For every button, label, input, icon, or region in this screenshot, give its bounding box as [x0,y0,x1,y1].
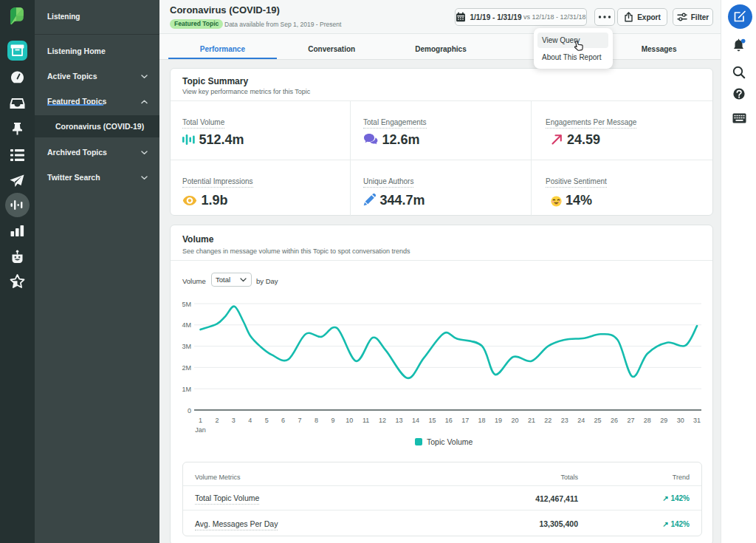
svg-text:2: 2 [215,417,219,424]
svg-text:4: 4 [248,417,252,424]
svg-text:28: 28 [644,417,651,424]
svg-text:25: 25 [594,417,602,424]
svg-text:17: 17 [461,417,469,424]
svg-text:0: 0 [188,407,191,414]
svg-text:3M: 3M [182,343,191,350]
svg-text:8: 8 [315,417,318,424]
svg-text:13: 13 [395,417,402,424]
svg-text:1: 1 [199,417,202,424]
svg-text:21: 21 [528,417,535,424]
svg-text:5M: 5M [182,301,191,308]
svg-text:2M: 2M [182,364,191,372]
svg-text:20: 20 [511,417,518,424]
svg-text:16: 16 [445,417,453,424]
svg-text:27: 27 [627,417,634,424]
svg-text:9: 9 [331,417,334,424]
svg-text:6: 6 [281,417,285,424]
svg-text:29: 29 [660,417,667,424]
svg-text:7: 7 [298,417,301,424]
svg-text:5: 5 [265,417,269,424]
svg-text:26: 26 [611,417,618,424]
svg-text:23: 23 [561,417,568,424]
svg-text:12: 12 [379,417,386,424]
svg-text:19: 19 [495,417,502,424]
svg-text:24: 24 [577,417,585,424]
svg-text:4M: 4M [182,321,191,329]
svg-text:14: 14 [412,417,419,424]
svg-text:11: 11 [362,417,369,424]
svg-text:10: 10 [346,417,353,424]
svg-text:18: 18 [478,417,486,424]
svg-text:1M: 1M [182,386,191,393]
svg-text:Jan: Jan [195,426,206,434]
svg-text:30: 30 [677,417,684,424]
svg-text:15: 15 [428,417,436,424]
svg-text:3: 3 [232,417,236,424]
svg-text:22: 22 [544,417,551,424]
svg-text:31: 31 [693,417,701,424]
